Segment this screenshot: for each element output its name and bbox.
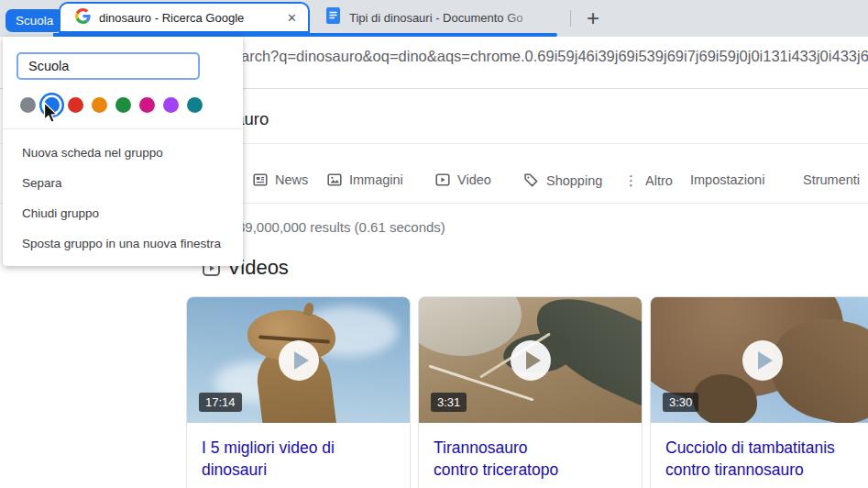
- news-icon: [253, 172, 268, 187]
- video-thumbnail[interactable]: 3:31: [419, 297, 642, 423]
- video-duration-badge: 3:31: [431, 393, 467, 412]
- group-name-input[interactable]: [16, 52, 200, 80]
- video-title-link[interactable]: Cucciolo di tambatitanis contro tirannos…: [665, 437, 859, 481]
- menu-item-move-group-to-new-window[interactable]: Sposta gruppo in una nuova finestra: [3, 228, 243, 259]
- menu-divider: [3, 128, 243, 129]
- color-swatch-red[interactable]: [68, 97, 83, 113]
- nav-news[interactable]: News: [253, 172, 308, 187]
- play-button-icon[interactable]: [742, 340, 783, 381]
- nav-settings[interactable]: Impostazioni: [690, 172, 764, 187]
- nav-label: Immagini: [349, 172, 403, 187]
- video-thumbnail[interactable]: 17:14: [187, 297, 410, 423]
- video-title-link[interactable]: I 5 migliori video di dinosauri: [202, 437, 344, 481]
- google-docs-icon: [326, 7, 340, 28]
- tab-title-fade: [502, 6, 559, 31]
- nav-label: News: [275, 172, 308, 187]
- color-swatch-purple[interactable]: [163, 97, 179, 113]
- mouse-cursor: [43, 102, 60, 128]
- google-favicon-icon: [75, 8, 91, 28]
- video-duration-badge: 17:14: [199, 393, 242, 412]
- video-card[interactable]: 3:31 Tirannosauro contro triceratopo: [418, 296, 643, 488]
- more-dots-icon: ⋮: [624, 172, 638, 189]
- video-duration-badge: 3:30: [663, 393, 698, 412]
- tab-separator: [570, 10, 571, 27]
- video-icon: [435, 172, 450, 187]
- tab-group-badge[interactable]: Scuola: [5, 9, 63, 32]
- shopping-tag-icon: [523, 172, 539, 188]
- video-thumbnail[interactable]: 3:30: [651, 297, 868, 423]
- tab-active[interactable]: dinosauro - Ricerca Google ✕: [59, 2, 310, 33]
- address-bar[interactable]: arch?q=dinosauro&oq=dino&aqs=chrome.0.69…: [241, 48, 868, 65]
- nav-label: Shopping: [546, 173, 602, 188]
- color-swatch-pink[interactable]: [139, 97, 155, 113]
- video-card[interactable]: 3:30 Cucciolo di tambatitanis contro tir…: [650, 296, 868, 488]
- nav-more[interactable]: ⋮ Altro: [624, 172, 673, 189]
- nav-video[interactable]: Video: [435, 172, 491, 187]
- color-swatch-teal[interactable]: [187, 97, 203, 113]
- tab-title: dinosauro - Ricerca Google: [99, 11, 276, 25]
- tab-title: Tipi di dinosauri - Documento Go: [349, 11, 523, 25]
- nav-label: Impostazioni: [690, 172, 764, 187]
- tab-group-menu: Nuova scheda nel gruppo Separa Chiudi gr…: [3, 37, 243, 266]
- nav-images[interactable]: Immagini: [327, 172, 403, 187]
- menu-item-ungroup[interactable]: Separa: [3, 168, 243, 198]
- nav-shopping[interactable]: Shopping: [523, 172, 602, 188]
- nav-label: Video: [457, 172, 491, 187]
- nav-label: Strumenti: [803, 172, 860, 187]
- nav-label: Altro: [645, 173, 673, 188]
- video-title-link[interactable]: Tirannosauro contro triceratopo: [434, 437, 576, 481]
- color-swatch-orange[interactable]: [92, 97, 107, 113]
- new-tab-button[interactable]: +: [580, 6, 606, 31]
- color-swatch-green[interactable]: [115, 97, 131, 113]
- nav-tools[interactable]: Strumenti: [803, 172, 860, 187]
- browser-window: Scuola dinosauro - Ricerca Google ✕: [0, 0, 868, 488]
- tab-strip: Scuola dinosauro - Ricerca Google ✕: [0, 0, 868, 37]
- menu-item-new-tab-in-group[interactable]: Nuova scheda nel gruppo: [3, 138, 243, 168]
- tab-close-icon[interactable]: ✕: [284, 11, 300, 25]
- results-stats: 39,000,000 results (0.61 seconds): [237, 219, 445, 235]
- menu-item-close-group[interactable]: Chiudi gruppo: [3, 198, 243, 228]
- images-icon: [327, 172, 342, 187]
- color-swatch-grey[interactable]: [20, 97, 36, 113]
- play-button-icon[interactable]: [511, 340, 551, 381]
- play-button-icon[interactable]: [279, 340, 319, 381]
- video-card[interactable]: 17:14 I 5 migliori video di dinosauri: [186, 296, 411, 488]
